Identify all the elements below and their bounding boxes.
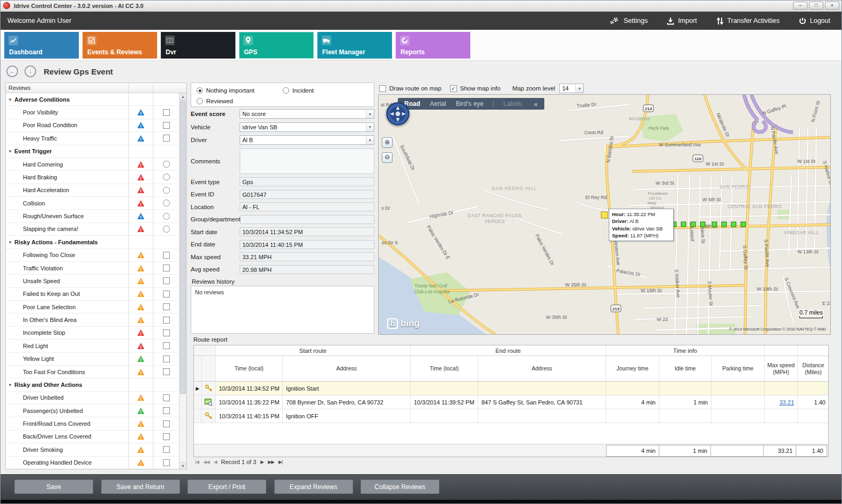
show-map-info-checkbox[interactable]: ✓ [450, 85, 457, 92]
review-item-row[interactable]: Driver Unbelted! [6, 392, 179, 404]
review-item-row[interactable]: Poor Road Condition! [6, 119, 179, 132]
review-item-row[interactable]: Heavy Traffic! [6, 132, 179, 145]
collapse-arrow-icon[interactable]: ▾ [6, 148, 14, 154]
review-item-row[interactable]: Incomplete Stop! [6, 327, 179, 340]
review-checkbox[interactable] [163, 407, 170, 414]
review-item-row[interactable]: Collision! [6, 197, 179, 210]
field-location[interactable]: Al - FL [240, 202, 374, 211]
field-event-type[interactable]: Gps [240, 177, 374, 186]
review-checkbox[interactable] [163, 317, 170, 324]
review-group-row[interactable]: ▾Risky Actions - Fundamentals [6, 236, 179, 249]
tab-dvr[interactable]: Dvr [161, 32, 235, 59]
transfer-activities-button[interactable]: Transfer Activities [716, 17, 780, 25]
review-item-row[interactable]: Hard Acceleration! [6, 184, 179, 197]
tab-gps[interactable]: GPS [239, 32, 314, 59]
review-item-row[interactable]: Unsafe Speed! [6, 275, 179, 287]
review-checkbox[interactable] [163, 368, 170, 375]
review-item-row[interactable]: Red Light! [6, 340, 179, 352]
map[interactable]: st Rd ETrudie DrN Front StN Gaffey PlPec… [378, 94, 831, 335]
field-driver[interactable]: Al B▼ [240, 135, 374, 145]
review-item-row[interactable]: Yellow Light! [6, 353, 179, 366]
route-row[interactable]: 10/3/2014 11:40:15 PMIgnition OFF [194, 409, 828, 423]
column-header[interactable]: Distance (Miles) [798, 356, 829, 381]
pager-next-page-button[interactable]: ▶▶ [268, 459, 274, 465]
review-item-row[interactable]: Slapping the camera!! [6, 223, 179, 236]
review-radio[interactable] [163, 161, 170, 168]
column-header[interactable]: Time (local) [216, 356, 283, 381]
review-radio[interactable] [163, 187, 170, 194]
down-button[interactable]: ↓ [24, 65, 36, 77]
review-checkbox[interactable] [163, 277, 170, 284]
review-checkbox[interactable] [163, 265, 170, 271]
map-panel-collapse-button[interactable]: « [534, 100, 537, 108]
tab-fleet-manager[interactable]: Fleet Manager [317, 32, 392, 59]
review-checkbox[interactable] [163, 342, 170, 349]
settings-button[interactable]: Settings [609, 16, 648, 25]
review-checkbox[interactable] [163, 420, 170, 427]
review-checkbox[interactable] [163, 122, 170, 129]
tab-reports[interactable]: Reports [396, 32, 470, 59]
review-radio[interactable] [163, 200, 170, 206]
review-item-row[interactable]: Operating Handled Device! [6, 457, 179, 469]
map-zoom-out-button[interactable]: ⊖ [382, 152, 393, 163]
review-item-row[interactable]: Hard Braking! [6, 171, 179, 184]
review-item-row[interactable]: Passenger(s) Unbelted! [6, 404, 179, 417]
map-view-bird-s-eye[interactable]: Bird's eye [456, 100, 484, 108]
status-option[interactable]: Nothing important [197, 86, 283, 95]
scroll-down-icon[interactable]: ▼ [179, 462, 186, 469]
map-zoom-select[interactable]: 14 ▼ [559, 84, 584, 93]
review-checkbox[interactable] [163, 446, 170, 453]
review-item-row[interactable]: Poor Visibility! [6, 106, 179, 119]
collapse-arrow-icon[interactable]: ▾ [6, 97, 14, 102]
field-avg-speed[interactable]: 20.98 MPH [240, 265, 374, 274]
review-item-row[interactable]: Poor Lane Selection! [6, 301, 179, 313]
close-button[interactable]: × [825, 2, 839, 10]
back-button[interactable]: ← [6, 65, 18, 77]
maximize-button[interactable]: □ [809, 2, 823, 10]
collapse-arrow-icon[interactable]: ▾ [6, 382, 14, 387]
radio-icon[interactable] [283, 87, 289, 94]
collapse-reviews-button[interactable]: Collapse Reviews [361, 480, 439, 494]
field-vehicle[interactable]: idrive Van SB▼ [240, 122, 374, 132]
radio-icon[interactable] [197, 98, 203, 104]
review-radio[interactable] [163, 213, 170, 220]
pager-prev-page-button[interactable]: ◀◀ [203, 459, 209, 465]
review-item-row[interactable]: Following Too Close! [6, 249, 179, 262]
review-checkbox[interactable] [163, 459, 170, 466]
review-checkbox[interactable] [163, 291, 170, 298]
map-view-aerial[interactable]: Aerial [430, 100, 446, 108]
review-item-row[interactable]: Failed to Keep an Out! [6, 288, 179, 301]
review-radio[interactable] [163, 226, 170, 233]
pager-last-button[interactable]: ▶| [279, 459, 282, 465]
column-header[interactable]: Time (local) [411, 356, 478, 381]
minimize-button[interactable]: – [793, 2, 807, 10]
field-event-score[interactable]: No score▼ [240, 109, 374, 119]
pager-first-button[interactable]: |◀ [195, 459, 199, 465]
pager-prev-button[interactable]: ◀ [214, 459, 217, 465]
map-compass[interactable] [386, 102, 410, 126]
import-button[interactable]: Import [667, 17, 697, 25]
review-group-row[interactable]: ▾Event Trigger [6, 145, 179, 158]
status-option[interactable]: Incident [283, 86, 369, 95]
review-radio[interactable] [163, 173, 170, 180]
column-header[interactable]: Journey time [606, 356, 659, 381]
expand-reviews-button[interactable]: Expand Reviews [274, 480, 353, 494]
review-item-row[interactable]: In Other's Blind Area! [6, 313, 179, 326]
column-header[interactable]: Max speed (MPH) [765, 356, 798, 381]
save-button[interactable]: Save [14, 480, 93, 494]
column-header[interactable]: Parking time [712, 356, 765, 381]
field-group-department[interactable] [240, 215, 374, 224]
field-max-speed[interactable]: 33.21 MPH [240, 252, 374, 261]
reviews-history-box[interactable]: No reviews [191, 286, 374, 334]
review-item-row[interactable]: Rough/Uneven Surface! [6, 210, 179, 222]
review-checkbox[interactable] [163, 394, 170, 401]
scroll-thumb[interactable] [180, 101, 186, 394]
field-start-date[interactable]: 10/3/2014 11:34:52 PM [240, 227, 374, 236]
field-end-date[interactable]: 10/3/2014 11:40:15 PM [240, 240, 374, 249]
review-checkbox[interactable] [163, 329, 170, 336]
column-header[interactable]: Idle time [659, 356, 712, 381]
reviews-scrollbar[interactable]: ▲ ▼ [179, 93, 186, 469]
draw-route-checkbox[interactable] [379, 85, 386, 92]
status-option[interactable]: Reviewed [197, 97, 283, 106]
review-item-row[interactable]: Front/Road Lens Covered! [6, 417, 179, 430]
